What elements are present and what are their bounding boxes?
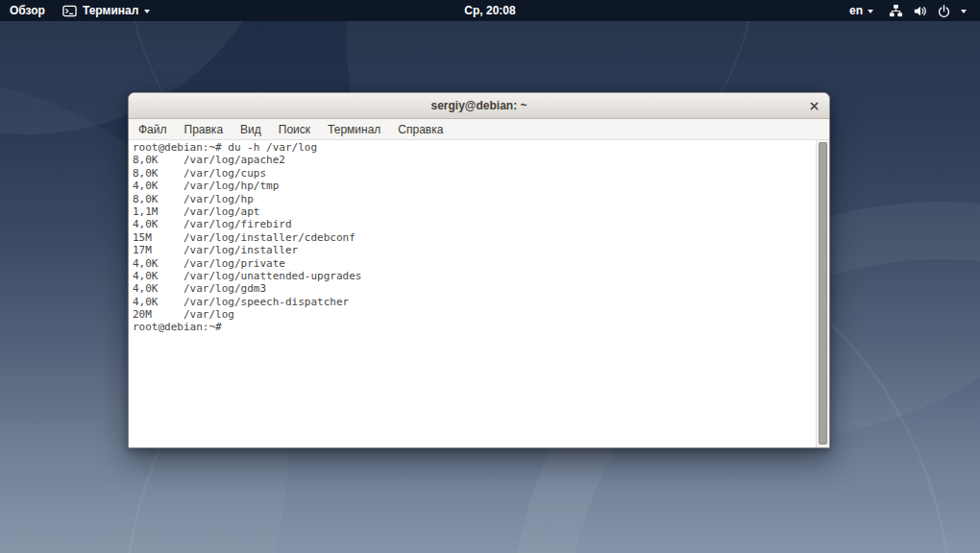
terminal-line: root@debian:~# du -h /var/log [133,141,817,154]
app-menu[interactable]: Терминал [55,0,159,21]
menu-item[interactable]: Правка [176,120,233,139]
terminal-line: root@debian:~# [133,321,817,333]
power-icon [937,4,951,18]
terminal-line: 17M /var/log/installer [133,244,817,256]
menu-item[interactable]: Файл [130,120,176,139]
terminal-line: 4,0K /var/log/unattended-upgrades [133,270,817,282]
terminal-line: 4,0K /var/log/gdm3 [133,282,817,295]
close-button[interactable] [807,99,821,112]
terminal-output: root@debian:~# du -h /var/log8,0K /var/l… [129,140,817,447]
terminal-line: 15M /var/log/installer/cdebconf [133,231,817,244]
terminal-line: 8,0K /var/log/hp [133,193,817,205]
volume-icon [913,4,927,18]
terminal-window: sergiy@debian: ~ ФайлПравкаВидПоискТерми… [128,92,830,448]
chevron-down-icon [868,10,873,13]
terminal-app-icon [62,4,77,18]
terminal-line: 20M /var/log [133,308,817,321]
network-wired-icon [889,4,903,18]
terminal-content[interactable]: root@debian:~# du -h /var/log8,0K /var/l… [129,140,829,447]
scrollbar[interactable] [816,140,829,447]
system-menu[interactable] [881,0,974,21]
clock[interactable]: Ср, 20:08 [454,0,525,21]
keyboard-layout-label: en [849,4,863,17]
menu-item[interactable]: Вид [232,120,270,139]
titlebar[interactable]: sergiy@debian: ~ [129,93,829,119]
terminal-line: 4,0K /var/log/hp/tmp [133,180,817,192]
activities-button[interactable]: Обзор [0,0,55,21]
terminal-line: 1,1M /var/log/apt [133,205,817,218]
menu-item[interactable]: Терминал [319,120,389,139]
terminal-line: 8,0K /var/log/cups [133,167,817,180]
chevron-down-icon [961,10,967,13]
chevron-down-icon [144,10,150,13]
menubar: ФайлПравкаВидПоискТерминалСправка [129,119,829,140]
terminal-line: 4,0K /var/log/speech-dispatcher [133,296,817,308]
app-menu-label: Терминал [83,4,138,17]
terminal-line: 4,0K /var/log/private [133,257,817,270]
window-title: sergiy@debian: ~ [430,99,527,112]
scrollbar-thumb[interactable] [819,142,827,445]
terminal-line: 4,0K /var/log/firebird [133,218,817,230]
top-bar: Обзор Терминал Ср, 20:08 en [0,0,980,21]
menu-item[interactable]: Поиск [270,120,319,139]
terminal-line: 8,0K /var/log/apache2 [133,154,817,166]
menu-item[interactable]: Справка [389,120,452,139]
keyboard-layout-indicator[interactable]: en [842,0,881,21]
close-icon [810,102,819,110]
